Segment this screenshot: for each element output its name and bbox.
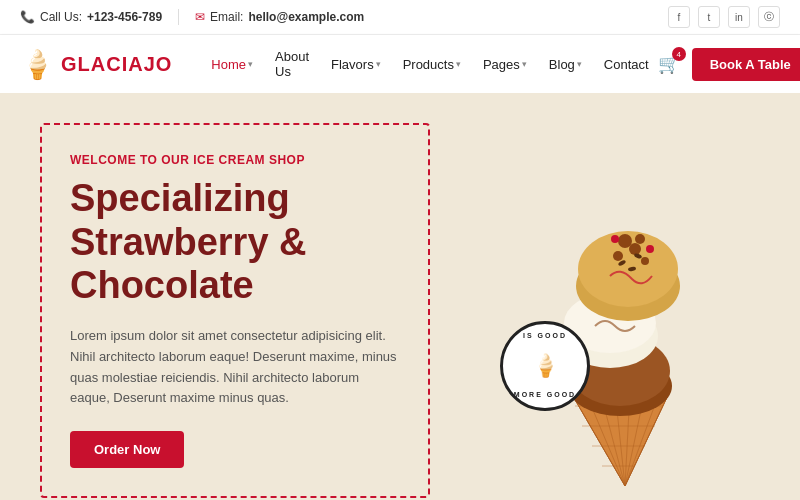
nav-blog-label: Blog <box>549 57 575 72</box>
svg-point-21 <box>641 257 649 265</box>
nav-about[interactable]: About Us <box>266 43 318 85</box>
nav-blog[interactable]: Blog ▾ <box>540 51 591 78</box>
nav-pages[interactable]: Pages ▾ <box>474 51 536 78</box>
nav-contact-label: Contact <box>604 57 649 72</box>
phone-icon: 📞 <box>20 10 35 24</box>
phone-number: +123-456-789 <box>87 10 162 24</box>
hero-title-line2: Strawberry & <box>70 221 307 263</box>
phone-label: Call Us: <box>40 10 82 24</box>
email-item: ✉ Email: hello@example.com <box>195 10 364 24</box>
nav-links: Home ▾ About Us Flavors ▾ Products ▾ Pag… <box>202 43 657 85</box>
nav-pages-label: Pages <box>483 57 520 72</box>
nav-home[interactable]: Home ▾ <box>202 51 262 78</box>
facebook-icon[interactable]: f <box>668 6 690 28</box>
logo[interactable]: 🍦 GLACIAJO <box>20 48 172 81</box>
nav-flavors[interactable]: Flavors ▾ <box>322 51 390 78</box>
nav-blog-arrow: ▾ <box>577 59 582 69</box>
stamp-badge: IS GOOD 🍦 MORE GOOD <box>500 321 590 411</box>
social-links: f t in ⓒ <box>668 6 780 28</box>
svg-point-23 <box>635 234 645 244</box>
nav-products[interactable]: Products ▾ <box>394 51 470 78</box>
logo-icon: 🍦 <box>20 48 55 81</box>
icecream-svg <box>480 131 760 491</box>
top-bar: 📞 Call Us: +123-456-789 ✉ Email: hello@e… <box>0 0 800 35</box>
cart-badge: 4 <box>672 47 686 61</box>
nav-contact[interactable]: Contact <box>595 51 658 78</box>
stamp-text-bottom: MORE GOOD <box>514 391 576 398</box>
nav-flavors-label: Flavors <box>331 57 374 72</box>
hero-title: Specializing Strawberry & Chocolate <box>70 177 400 308</box>
hero-dashed-box: Welcome To Our Ice Cream Shop Specializi… <box>40 123 430 498</box>
divider <box>178 9 179 25</box>
hero-title-line3: Chocolate <box>70 264 254 306</box>
order-now-button[interactable]: Order Now <box>70 431 184 468</box>
hero-subtitle: Welcome To Our Ice Cream Shop <box>70 153 400 167</box>
linkedin-icon[interactable]: in <box>728 6 750 28</box>
icecream-illustration: IS GOOD 🍦 MORE GOOD <box>460 131 760 491</box>
book-table-button[interactable]: Book A Table <box>692 48 800 81</box>
hero-title-line1: Specializing <box>70 177 290 219</box>
nav-products-arrow: ▾ <box>456 59 461 69</box>
logo-text: GLACIAJO <box>61 53 172 76</box>
svg-point-22 <box>618 234 632 248</box>
twitter-icon[interactable]: t <box>698 6 720 28</box>
cart-button[interactable]: 🛒 4 <box>658 53 680 75</box>
hero-section: Welcome To Our Ice Cream Shop Specializi… <box>0 93 800 500</box>
stamp-text-top: IS GOOD <box>523 332 567 339</box>
email-label: Email: <box>210 10 243 24</box>
nav-home-label: Home <box>211 57 246 72</box>
svg-point-24 <box>646 245 654 253</box>
nav-home-arrow: ▾ <box>248 59 253 69</box>
nav-about-label: About Us <box>275 49 309 79</box>
svg-point-19 <box>613 251 623 261</box>
nav-pages-arrow: ▾ <box>522 59 527 69</box>
navbar: 🍦 GLACIAJO Home ▾ About Us Flavors ▾ Pro… <box>0 35 800 93</box>
stamp-icon: 🍦 <box>532 353 559 379</box>
email-address: hello@example.com <box>248 10 364 24</box>
hero-image: IS GOOD 🍦 MORE GOOD <box>420 93 800 500</box>
top-bar-left: 📞 Call Us: +123-456-789 ✉ Email: hello@e… <box>20 9 364 25</box>
nav-products-label: Products <box>403 57 454 72</box>
svg-point-25 <box>611 235 619 243</box>
hero-content: Welcome To Our Ice Cream Shop Specializi… <box>40 123 430 498</box>
instagram-icon[interactable]: ⓒ <box>758 6 780 28</box>
hero-description: Lorem ipsum dolor sit amet consectetur a… <box>70 326 400 409</box>
phone-item: 📞 Call Us: +123-456-789 <box>20 10 162 24</box>
nav-right: 🛒 4 Book A Table <box>658 48 800 81</box>
email-icon: ✉ <box>195 10 205 24</box>
nav-flavors-arrow: ▾ <box>376 59 381 69</box>
